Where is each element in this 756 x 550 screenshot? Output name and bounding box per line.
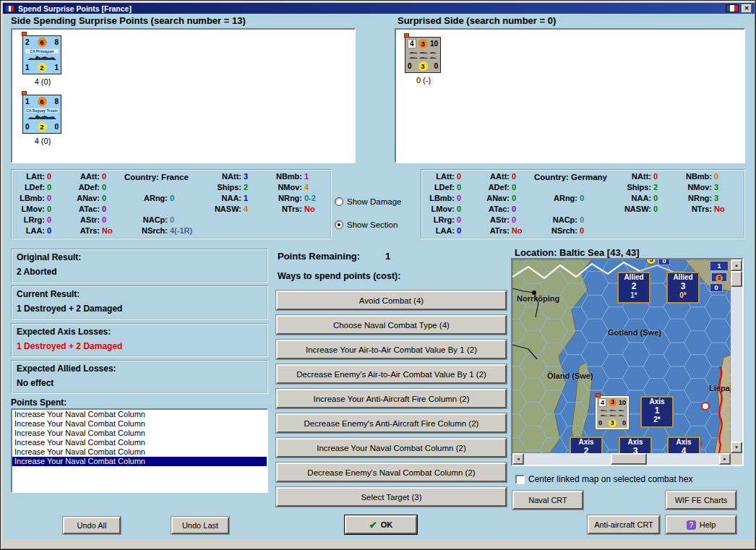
close-button[interactable]: ✕ xyxy=(742,4,752,13)
list-item-selected[interactable]: Increase Your Naval Combat Column xyxy=(12,457,267,466)
center-map-checkbox-label: Center linked map on selected combat hex xyxy=(528,474,692,484)
germany-stats-panel: Country: Germany LAtt:0 AAtt:0 NAtt:0 NB… xyxy=(421,169,745,239)
stat-cell: NSrch:4(-1R) xyxy=(126,226,210,237)
radio-show-damage[interactable]: Show Damage xyxy=(335,197,401,206)
title-bar[interactable]: Spend Surprise Points [France] ✕ xyxy=(3,3,755,14)
help-icon: ? xyxy=(687,520,696,530)
allied-stack-box-2[interactable]: Allied 3 0* xyxy=(666,272,700,304)
surprised-units-panel: 4310 030 0 (-) xyxy=(395,28,745,163)
undo-last-button[interactable]: Undo Last xyxy=(171,517,229,534)
unit-counter-ca-primaguet[interactable]: 268 CA Primaguet 121 xyxy=(22,35,61,74)
stat-cell-empty xyxy=(680,226,744,237)
stat-value: 0 xyxy=(170,215,174,224)
stat-label: ATrs: xyxy=(478,226,510,235)
anti-aircraft-crt-button[interactable]: Anti-aircraft CRT xyxy=(588,515,660,534)
stat-label: ARng: xyxy=(536,194,577,202)
expected-axis-losses-label: Expected Axis Losses: xyxy=(17,327,111,337)
list-item[interactable]: Increase Your Naval Combat Column xyxy=(12,438,267,447)
counter-value-circled: 2 xyxy=(38,63,47,72)
stat-value: 0 xyxy=(47,183,51,192)
spend-button-avoid-combat[interactable]: Avoid Combat (4) xyxy=(276,291,507,310)
spend-button-increase-naval-column[interactable]: Increase Your Naval Combat Column (2) xyxy=(276,438,507,457)
stat-label: LBmb: xyxy=(13,194,45,202)
spend-button-choose-naval-combat-type[interactable]: Choose Naval Combat Type (4) xyxy=(276,315,507,335)
map-unit-counter[interactable]: 4310 030 xyxy=(596,396,629,429)
stat-cell: LDef:0 xyxy=(423,183,478,194)
stat-label: ATac: xyxy=(478,205,510,213)
stat-value: 0 xyxy=(102,194,106,202)
stat-cell: Ships:2 xyxy=(619,183,680,194)
map-viewport[interactable]: Norrköping Gotland (Swe) Öland (Swe) Lie… xyxy=(512,259,731,453)
map-horizontal-scrollbar[interactable]: ◄ ► xyxy=(512,453,731,465)
spend-button-select-target[interactable]: Select Target (3) xyxy=(276,487,507,507)
map-vertical-scrollbar[interactable]: ▲ ▼ xyxy=(731,259,742,453)
stat-cell: LDef:0 xyxy=(13,183,68,194)
counter-value: 1 xyxy=(25,64,30,72)
radio-show-section[interactable]: Show Section xyxy=(335,220,398,229)
stat-cell-empty xyxy=(210,226,270,237)
scroll-left-button[interactable]: ◄ xyxy=(512,453,524,465)
stat-value: 3 xyxy=(714,194,718,202)
stat-cell: LAA:0 xyxy=(13,226,68,237)
help-button[interactable]: ? Help xyxy=(666,515,736,534)
stat-value: No xyxy=(304,205,315,213)
horizontal-scroll-thumb[interactable] xyxy=(611,453,647,465)
list-item[interactable]: Increase Your Naval Combat Column xyxy=(12,447,267,457)
counter-value-circled: 6 xyxy=(38,97,47,106)
check-icon: ✔ xyxy=(369,520,377,530)
axis-stack-box-1[interactable]: Axis 1 2* xyxy=(640,396,674,428)
stat-cell: NRng:0-2 xyxy=(270,194,331,205)
points-spent-listbox[interactable]: Increase Your Naval Combat Column Increa… xyxy=(11,408,268,493)
spend-button-decrease-enemy-aa-column[interactable]: Decrease Enemy's Anti-Aircraft Fire Colu… xyxy=(276,413,507,433)
axis-stack-box-4[interactable]: Axis 4 xyxy=(667,437,700,453)
ok-button[interactable]: ✔ OK xyxy=(345,515,417,534)
list-item[interactable]: Increase Your Naval Combat Column xyxy=(12,419,267,429)
scroll-up-button[interactable]: ▲ xyxy=(731,259,742,271)
location-label: Location: Baltic Sea [43, 43] xyxy=(515,247,640,258)
stat-cell: ADef:0 xyxy=(68,183,126,194)
stat-cell-empty xyxy=(536,205,619,215)
counter-value: 2 xyxy=(25,38,30,46)
stat-cell: ATrs:No xyxy=(68,226,126,237)
germany-stats-grid: LAtt:0 AAtt:0 NAtt:0 NBmb:0 LDef:0 ADef:… xyxy=(421,170,744,237)
stat-value: 0 xyxy=(512,215,516,224)
stat-value: 3 xyxy=(244,172,248,181)
france-stats-grid: LAtt:0 AAtt:0 NAtt:3 NBmb:1 LDef:0 ADef:… xyxy=(12,170,331,237)
stack-marker-icon xyxy=(22,32,27,36)
counter-value: 10 xyxy=(619,399,626,406)
spend-button-increase-aa-column[interactable]: Increase Your Anti-Aircraft Fire Column … xyxy=(276,389,507,408)
vertical-scroll-thumb[interactable] xyxy=(731,271,742,287)
unit-counter-german-ship[interactable]: 4310 030 xyxy=(405,37,441,73)
list-item[interactable]: Increase Your Naval Combat Column xyxy=(12,429,267,438)
counter-value: 0 xyxy=(598,419,602,426)
spend-button-decrease-enemy-air-combat[interactable]: Decrease Enemy's Air-to-Air Combat Value… xyxy=(276,364,507,384)
stat-value: 0 xyxy=(102,183,106,192)
naval-crt-button[interactable]: Naval CRT xyxy=(512,491,583,510)
center-map-checkbox[interactable] xyxy=(515,475,525,484)
scroll-down-button[interactable]: ▼ xyxy=(731,442,742,453)
stat-cell: NMov:4 xyxy=(270,183,331,194)
unit-counter-ca-duguay-trouin[interactable]: 168 CA Duguay Trouin 020 xyxy=(22,95,61,134)
stack-number: 2 xyxy=(571,447,601,453)
original-result-value: 2 Aborted xyxy=(17,267,57,277)
stack-sub-number: 2* xyxy=(642,416,672,424)
stat-cell: Ships:2 xyxy=(210,183,270,194)
spend-button-increase-air-combat[interactable]: Increase Your Air-to-Air Combat Value By… xyxy=(276,340,507,359)
axis-stack-box-3[interactable]: Axis 3 xyxy=(619,437,652,453)
stat-cell: NTrs:No xyxy=(270,205,331,215)
undo-all-button[interactable]: Undo All xyxy=(63,517,121,534)
spend-button-decrease-enemy-naval-column[interactable]: Decrease Enemy's Naval Combat Column (2) xyxy=(276,463,507,482)
stat-label: ATrs: xyxy=(68,226,100,235)
stat-cell-empty xyxy=(536,172,619,183)
allied-stack-box-1[interactable]: Allied 2 1* xyxy=(617,272,650,304)
stat-label: LMov: xyxy=(13,205,45,213)
scroll-right-button[interactable]: ► xyxy=(719,453,731,465)
stat-cell: NAtt:3 xyxy=(210,172,270,183)
wif-fe-charts-button[interactable]: WIF FE Charts xyxy=(666,491,736,510)
list-item[interactable]: Increase Your Naval Combat Column xyxy=(12,410,267,419)
stat-label: NAA: xyxy=(619,194,651,202)
dialog-window: Spend Surprise Points [France] ✕ Side Sp… xyxy=(0,0,756,550)
stat-label: NBmb: xyxy=(680,172,712,181)
stat-value: 0 xyxy=(47,226,51,235)
axis-stack-box-2[interactable]: Axis 2 xyxy=(570,437,603,453)
